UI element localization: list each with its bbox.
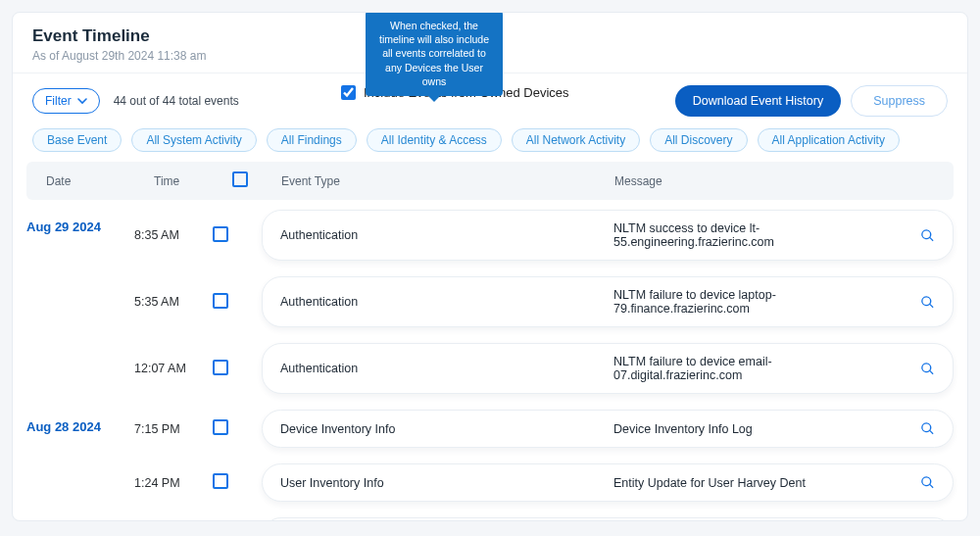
right-actions: Download Event History Suppress — [675, 85, 948, 117]
search-icon[interactable] — [920, 295, 935, 310]
time-cell: 1:24 PM — [134, 476, 213, 490]
event-icons — [876, 362, 935, 376]
event-rows: Aug 29 20248:35 AMAuthenticationNLTM suc… — [13, 200, 967, 521]
event-card[interactable]: AuthenticationNLTM failure to device lap… — [262, 276, 954, 327]
date-cell — [26, 343, 134, 353]
event-card[interactable]: User Inventory InfoEntity Update for Use… — [262, 463, 954, 502]
filter-chip[interactable]: All Network Activity — [512, 128, 640, 152]
time-cell: 7:15 PM — [134, 422, 213, 436]
include-owned-devices-checkbox[interactable] — [341, 85, 356, 100]
date-cell — [26, 463, 134, 473]
time-cell: 5:35 AM — [134, 295, 213, 309]
event-message: NLTM failure to device laptop-79.finance… — [613, 288, 876, 316]
table-row: 1:24 PMUser Inventory InfoEntity Update … — [26, 463, 954, 502]
col-time: Time — [154, 174, 232, 188]
col-message: Message — [614, 174, 934, 188]
event-timeline-panel: When checked, the timeline will also inc… — [12, 12, 968, 521]
filter-chip[interactable]: All System Activity — [131, 128, 256, 152]
result-count: 44 out of 44 total events — [114, 94, 239, 108]
date-cell — [26, 517, 134, 521]
row-checkbox[interactable] — [213, 473, 228, 489]
filter-chip[interactable]: Base Event — [32, 128, 122, 152]
filter-chip[interactable]: All Application Activity — [758, 128, 900, 152]
row-checkbox[interactable] — [213, 419, 228, 435]
event-type: User Inventory Info — [280, 476, 613, 490]
table-row: Aug 29 20248:35 AMAuthenticationNLTM suc… — [26, 210, 954, 261]
event-card[interactable]: AuthenticationNLTM success to device lt-… — [262, 210, 954, 261]
table-row: 12:46 PMDetection FindingTriggered 'MITR… — [26, 517, 954, 521]
date-cell: Aug 29 2024 — [26, 210, 134, 234]
event-message: NLTM success to device lt-55.engineering… — [613, 221, 876, 249]
date-cell: Aug 28 2024 — [26, 410, 134, 434]
time-cell: 12:07 AM — [134, 362, 213, 375]
chevron-down-icon — [77, 96, 87, 106]
time-cell: 8:35 AM — [134, 228, 213, 242]
event-type: Device Inventory Info — [280, 422, 613, 436]
filter-chip[interactable]: All Findings — [267, 128, 357, 152]
include-tooltip: When checked, the timeline will also inc… — [366, 12, 503, 96]
event-type: Authentication — [280, 228, 613, 242]
event-message: Device Inventory Info Log — [613, 422, 876, 436]
event-type: Authentication — [280, 362, 613, 375]
filter-label: Filter — [45, 94, 72, 108]
select-all-checkbox[interactable] — [232, 171, 248, 187]
download-history-button[interactable]: Download Event History — [675, 85, 841, 117]
filter-chip[interactable]: All Identity & Access — [367, 128, 502, 152]
event-type: Authentication — [280, 295, 613, 309]
event-card[interactable]: Detection FindingTriggered 'MITRE ATT&CK… — [262, 517, 954, 521]
row-checkbox[interactable] — [213, 226, 228, 242]
search-icon[interactable] — [920, 475, 935, 490]
event-icons — [876, 475, 935, 490]
event-icons — [876, 295, 935, 310]
date-cell — [26, 276, 134, 286]
table-row: 12:07 AMAuthenticationNLTM failure to de… — [26, 343, 954, 394]
table-header: Date Time Event Type Message — [26, 162, 954, 200]
event-icons — [876, 228, 935, 243]
search-icon[interactable] — [920, 362, 935, 376]
col-event-type: Event Type — [281, 174, 614, 188]
suppress-button[interactable]: Suppress — [851, 85, 948, 117]
search-icon[interactable] — [920, 421, 935, 436]
search-icon[interactable] — [920, 228, 935, 243]
event-icons — [876, 421, 935, 436]
row-checkbox[interactable] — [213, 360, 228, 375]
event-message: NLTM failure to device email-07.digital.… — [613, 355, 876, 382]
filter-chips-row: Base EventAll System ActivityAll Finding… — [13, 128, 967, 162]
filter-button[interactable]: Filter — [32, 88, 100, 114]
filter-chip[interactable]: All Discovery — [650, 128, 747, 152]
row-checkbox[interactable] — [213, 293, 228, 309]
event-card[interactable]: Device Inventory InfoDevice Inventory In… — [262, 410, 954, 448]
event-message: Entity Update for User Harvey Dent — [613, 476, 876, 490]
event-card[interactable]: AuthenticationNLTM failure to device ema… — [262, 343, 954, 394]
table-row: Aug 28 20247:15 PMDevice Inventory InfoD… — [26, 410, 954, 448]
table-row: 5:35 AMAuthenticationNLTM failure to dev… — [26, 276, 954, 327]
col-date: Date — [46, 174, 154, 188]
